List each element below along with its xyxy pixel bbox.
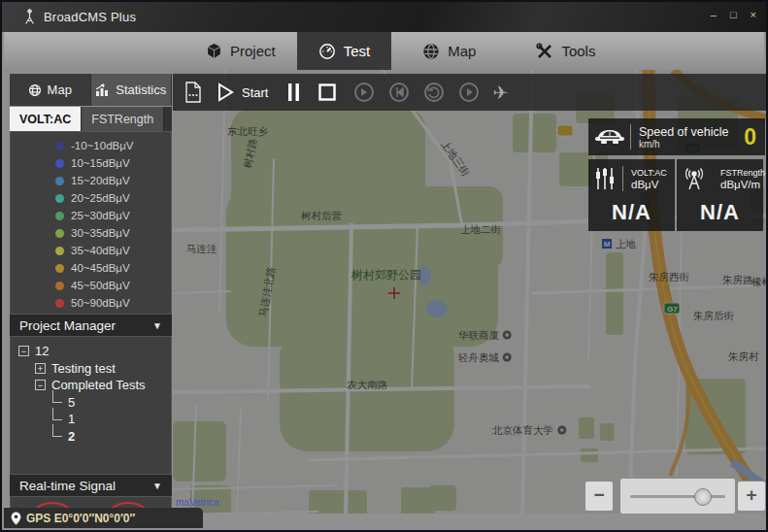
legend-range-label: 50~90dBμV [71,297,130,309]
legend-color-dot [55,194,64,203]
tree-guide-line [52,424,62,437]
legend-range-label: 40~45dBμV [71,262,130,274]
tab-project-label: Project [230,43,276,59]
legend-item: -10~10dBμV [11,137,171,154]
collapse-icon[interactable]: − [18,346,29,356]
collapse-icon[interactable]: − [35,380,46,390]
close-button[interactable]: × [751,8,756,21]
project-manager-title: Project Manager [19,318,116,333]
title-bar: BroadCMS Plus – □ × [2,2,766,32]
replay-back-fast-button[interactable] [352,81,376,104]
legend-color-dot [55,282,64,290]
legend-item: 35~40dBμV [11,242,171,259]
minimize-button[interactable]: – [711,8,717,21]
tools-icon [536,43,553,60]
app-window: BroadCMS Plus – □ × Project Test [0,0,768,532]
legend-item: 30~35dBμV [11,224,171,242]
tree-item[interactable]: −Completed Tests [11,377,171,394]
legend-range-label: 45~50dBμV [71,280,130,291]
volt-meter-panel: VOLT:AC dBμV N/A [588,159,675,231]
main-tab-bar: Project Test Map Tools [4,32,764,70]
tree-item[interactable]: 1 [11,411,171,428]
legend-item: 50~90dBμV [11,294,171,312]
report-file-button[interactable] [184,82,202,103]
sidebar: Map Statistics VOLT:AC FSTRength -10~10d… [10,74,172,514]
cube-icon [206,43,222,59]
tab-test[interactable]: Test [297,32,392,70]
antenna-broadcast-icon [682,166,707,191]
legend-range-label: 25~30dBμV [71,210,130,221]
legend-color-dot [55,229,64,238]
chevron-down-icon: ▼ [152,320,162,331]
tree-item[interactable]: −12 [11,343,171,360]
legend-range-label: 35~40dBμV [71,245,130,256]
chevron-down-icon: ▼ [152,481,162,491]
tab-volt-ac[interactable]: VOLT:AC [10,107,82,131]
tab-fstrength[interactable]: FSTRength [82,107,164,131]
replay-button[interactable] [422,81,446,104]
sidebar-tab-statistics[interactable]: Statistics [91,74,173,106]
project-manager-header[interactable]: Project Manager ▼ [10,315,172,336]
legend-range-label: 30~35dBμV [71,227,130,239]
start-button-label[interactable]: Start [242,85,268,100]
legend-range-label: 10~15dBμV [71,157,130,169]
zoom-out-button[interactable]: − [584,481,614,512]
start-button[interactable] [217,83,234,102]
tab-test-label: Test [344,43,371,59]
speedometer-icon [318,43,336,60]
tree-item[interactable]: 2 [11,428,171,446]
legend-item: 40~45dBμV [11,259,171,277]
divider [630,124,631,150]
goto-position-plane-icon[interactable]: ✈ [492,82,508,104]
speed-value: 0 [744,124,756,150]
tab-map[interactable]: Map [401,32,497,70]
replay-play-button[interactable] [457,81,481,104]
tree-item[interactable]: 5 [11,394,171,412]
legend-range-label: 20~25dBμV [71,192,130,204]
tab-tools[interactable]: Tools [515,32,617,70]
tab-map-label: Map [448,43,476,59]
antenna-icon [23,9,36,25]
zoom-in-button[interactable]: + [737,481,766,512]
maximize-button[interactable]: □ [730,8,737,21]
fstrength-label: FSTRength [720,168,765,179]
tab-tools-label: Tools [561,43,595,59]
tree-guide-line [52,390,62,403]
speed-unit: km/h [639,139,728,150]
legend-item: 20~25dBμV [11,189,171,207]
globe-icon [28,83,42,97]
realtime-signal-header[interactable]: Real-time Signal ▼ [10,475,172,496]
expand-icon[interactable]: + [35,363,46,374]
divider [622,166,623,191]
legend-item: 10~15dBμV [11,154,171,172]
fstrength-value: N/A [677,200,763,225]
legend-color-dot [55,212,64,220]
tree-item-label: Testing test [51,361,116,376]
stop-button[interactable] [317,83,337,102]
sliders-icon [593,166,617,191]
replay-back-button[interactable] [387,81,411,104]
legend-color-dot [55,159,64,168]
pause-button[interactable] [287,83,300,102]
bar-chart-icon [95,83,110,96]
tree-item-label: 1 [68,412,75,426]
signal-tab-bar: VOLT:AC FSTRength [10,107,172,131]
realtime-signal-title: Real-time Signal [19,479,116,493]
tree-item-label: Completed Tests [51,378,146,392]
signal-legend: -10~10dBμV10~15dBμV15~20dBμV20~25dBμV25~… [10,131,172,315]
test-toolbar: Start ✈ [173,74,766,111]
sidebar-tab-statistics-label: Statistics [116,83,166,97]
legend-color-dot [55,177,64,185]
zoom-slider[interactable] [619,478,736,515]
map-canvas[interactable]: G7G7 东北旺乡树村路树村后营上地三街上地西路上地二街树村郊野公园马连洼华联商… [173,70,766,517]
legend-color-dot [55,247,64,255]
globe-icon [422,43,440,60]
legend-item: 15~20dBμV [11,172,171,189]
tab-project[interactable]: Project [184,32,297,70]
volt-value: N/A [588,200,675,225]
legend-color-dot [55,142,64,150]
sidebar-tab-map[interactable]: Map [10,74,91,106]
zoom-slider-handle[interactable] [694,488,712,506]
gps-coordinates: GPS E0°0′0″N0°0′0″ [26,512,135,525]
tree-item[interactable]: +Testing test [11,360,171,378]
